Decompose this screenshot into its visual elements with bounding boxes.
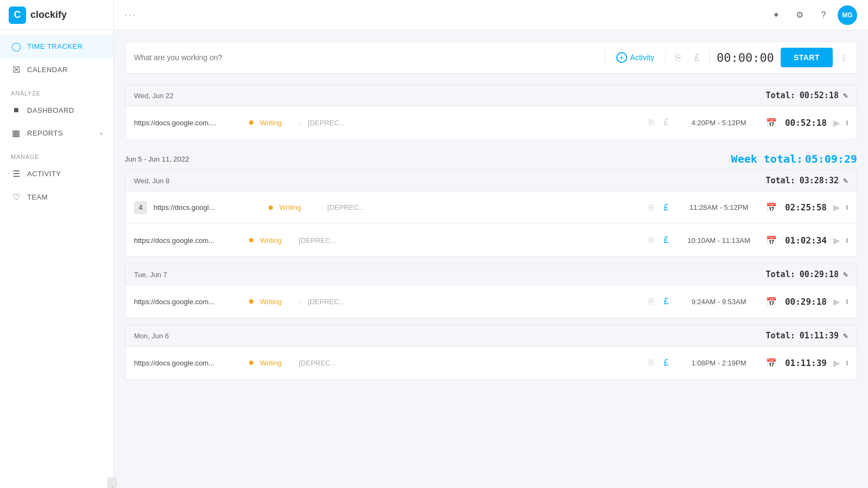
entry-project: Writing [260,359,292,367]
week-total: Week total: 05:09:29 [731,152,857,165]
entry-start: 1:08PM [691,359,716,367]
entry-currency-icon[interactable]: £ [661,358,672,368]
help-icon: ? [821,10,826,20]
entry-calendar-icon[interactable]: 📅 [766,235,777,246]
sidebar-item-label: TEAM [27,193,48,201]
tag-icon[interactable]: ⎘ [672,52,685,63]
dashboard-icon: ■ [11,105,22,115]
time-entry-row: https://docs.google.com... Writing - [DE… [125,285,857,318]
entry-time: 4:20PM - 5:12PM [678,119,760,127]
sidebar-collapse-button[interactable]: ‹ [107,477,117,488]
currency-icon[interactable]: £ [691,52,703,63]
entry-calendar-icon[interactable]: 📅 [766,118,777,128]
day-label: Tue, Jun 7 [134,271,167,279]
total-time: 00:29:18 [800,269,839,279]
entry-more-menu[interactable] [846,361,848,365]
day-header: Wed, Jun 8 Total: 03:28:32 ✎ [125,170,857,191]
content-area: + Activity ⎘ £ 00:00:00 START ⋮ Wed, Jun… [114,30,868,488]
entry-play-icon[interactable]: ▶ [833,358,840,368]
puzzle-icon-button[interactable]: ✦ [766,5,786,25]
edit-icon[interactable]: ✎ [843,331,848,341]
day-label: Mon, Jun 6 [134,332,169,340]
entry-sep: - [718,236,722,245]
week-range-label: Jun 5 - Jun 11, 2022 [125,155,189,163]
timer-display: 00:00:00 [717,51,774,65]
day-header: Tue, Jun 7 Total: 00:29:18 ✎ [125,264,857,285]
bell-icon: ⚙ [796,10,803,20]
entry-play-icon[interactable]: ▶ [833,297,840,307]
divider [605,51,605,64]
team-icon: ♡ [11,192,22,202]
sidebar-item-dashboard[interactable]: ■ DASHBOARD [0,99,113,121]
total-label: Total: [766,91,795,100]
help-icon-button[interactable]: ? [814,5,833,25]
day-group-mon-jun-6: Mon, Jun 6 Total: 01:11:39 ✎ https://doc… [125,325,857,380]
topbar-menu-dots[interactable]: ··· [125,9,136,21]
entry-sep: - [718,119,722,127]
entry-play-icon[interactable]: ▶ [833,235,840,246]
total-time: 03:28:32 [800,176,839,185]
entry-tag-icon[interactable]: ⎘ [649,235,654,245]
view-toggle-icon[interactable]: ⋮ [839,53,848,63]
entry-calendar-icon[interactable]: 📅 [766,358,777,368]
start-button[interactable]: START [781,48,833,67]
time-description-input[interactable] [134,53,598,62]
logo[interactable]: C clockify [0,0,113,30]
entry-tag-icon[interactable]: ⎘ [649,118,654,127]
sidebar-item-label: CALENDAR [27,66,68,74]
entry-currency-icon[interactable]: £ [661,203,672,213]
total-time: 01:11:39 [800,331,839,341]
entry-currency-icon[interactable]: £ [661,297,672,306]
entry-start: 9:24AM [691,298,716,306]
entry-calendar-icon[interactable]: 📅 [766,297,777,307]
entry-tag-icon[interactable]: ⎘ [649,297,654,306]
entry-deprecated: [DEPREC... [308,119,471,127]
activity-button[interactable]: + Activity [612,52,659,63]
sidebar-item-label: DASHBOARD [27,106,74,114]
edit-icon[interactable]: ✎ [843,91,848,100]
entry-count: 4 [134,201,147,214]
total-label: Total: [766,269,795,279]
entry-currency-icon[interactable]: £ [661,118,672,127]
entry-more-menu[interactable] [846,205,848,210]
bar-chart-icon: ▦ [11,128,22,138]
user-avatar[interactable]: MG [838,5,857,25]
puzzle-icon: ✦ [773,10,780,20]
entry-end: 9:53AM [722,298,746,306]
sidebar-item-team[interactable]: ♡ TEAM [0,185,113,209]
activity-icon: ☰ [11,169,22,179]
entry-dash: - [299,119,301,127]
entry-more-menu[interactable] [846,120,848,125]
time-entry-bar: + Activity ⎘ £ 00:00:00 START ⋮ [125,41,857,74]
time-entry-row: https://docs.google.com... Writing [DEPR… [125,224,857,256]
entry-more-menu[interactable] [846,238,848,243]
edit-icon[interactable]: ✎ [843,269,848,279]
sidebar-item-activity[interactable]: ☰ ACTIVITY [0,162,113,185]
edit-icon[interactable]: ✎ [843,176,848,185]
topbar-icons: ✦ ⚙ ? MG [766,5,857,25]
sidebar-item-label: ACTIVITY [27,170,61,178]
entry-duration: 00:29:18 [783,297,827,307]
entry-end: 5:12PM [724,203,748,211]
entry-more-menu[interactable] [846,299,848,304]
project-dot [249,361,253,365]
entry-tag-icon[interactable]: ⎘ [649,358,654,368]
bell-icon-button[interactable]: ⚙ [790,5,809,25]
entry-calendar-icon[interactable]: 📅 [766,202,777,213]
project-dot [249,238,253,242]
sidebar-item-calendar[interactable]: ☒ CALENDAR [0,58,113,81]
entry-play-icon[interactable]: ▶ [833,118,840,128]
total-time: 00:52:18 [800,91,839,100]
project-dot [249,299,253,304]
entry-deprecated: [DEPREC... [299,236,468,245]
entry-dash: - [318,203,321,211]
entry-time: 1:08PM - 2:19PM [678,359,760,367]
entry-end: 2:19PM [722,359,746,367]
entry-currency-icon[interactable]: £ [661,235,672,245]
sidebar-item-time-tracker[interactable]: ◯ TIME TRACKER [0,35,113,58]
day-total: Total: 00:52:18 ✎ [766,91,848,100]
sidebar-item-reports[interactable]: ▦ REPORTS › [0,121,113,145]
entry-play-icon[interactable]: ▶ [833,202,840,213]
entry-tag-icon[interactable]: ⎘ [649,203,654,213]
sidebar-item-label: TIME TRACKER [27,42,83,50]
